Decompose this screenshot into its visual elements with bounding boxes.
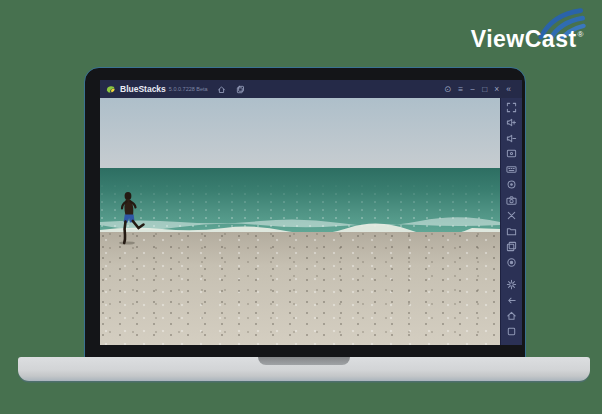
page-background: ViewCast® BlueStacks 5.0.0.7228 Beta [0,0,602,414]
location-icon[interactable] [506,179,518,191]
fullscreen-icon[interactable] [506,101,518,113]
power-icon[interactable]: ⊙ [444,85,451,94]
tabs-icon[interactable] [235,84,246,95]
back-icon[interactable] [506,294,518,306]
menu-icon[interactable]: ≡ [458,85,463,94]
laptop-base [18,357,590,381]
close-icon[interactable]: × [494,85,499,94]
settings-icon[interactable] [506,279,518,291]
home-nav-icon[interactable] [506,310,518,322]
volume-up-icon[interactable] [506,117,518,129]
minimize-icon[interactable]: − [470,85,475,94]
window-controls: ⊙ ≡ − □ × « [444,85,511,94]
camera-icon[interactable] [506,194,518,206]
running-boy [114,191,150,245]
shake-icon[interactable] [506,210,518,222]
maximize-icon[interactable]: □ [482,85,487,94]
app-version: 5.0.0.7228 Beta [169,86,208,92]
emulator-toolbar [500,98,522,345]
app-title: BlueStacks [120,84,166,94]
emulator-titlebar: BlueStacks 5.0.0.7228 Beta ⊙ ≡ − □ × [100,80,522,98]
laptop-mockup: BlueStacks 5.0.0.7228 Beta ⊙ ≡ − □ × [0,0,602,414]
home-icon[interactable] [216,84,227,95]
sand [100,232,500,345]
install-apk-icon[interactable] [506,225,518,237]
multi-instance-icon[interactable] [506,241,518,253]
laptop-notch [258,357,350,365]
game-controls-icon[interactable] [506,163,518,175]
laptop-screen-bezel: BlueStacks 5.0.0.7228 Beta ⊙ ≡ − □ × [85,68,525,357]
macro-record-icon[interactable] [506,256,518,268]
emulator-window: BlueStacks 5.0.0.7228 Beta ⊙ ≡ − □ × [100,80,522,345]
screenshot-icon[interactable] [506,148,518,160]
sky [100,98,500,168]
emulator-content [100,98,522,345]
collapse-sidebar-icon[interactable]: « [506,85,511,94]
bluestacks-logo-icon [105,84,116,95]
recents-icon[interactable] [506,325,518,337]
volume-down-icon[interactable] [506,132,518,144]
beach-photo [100,98,500,345]
